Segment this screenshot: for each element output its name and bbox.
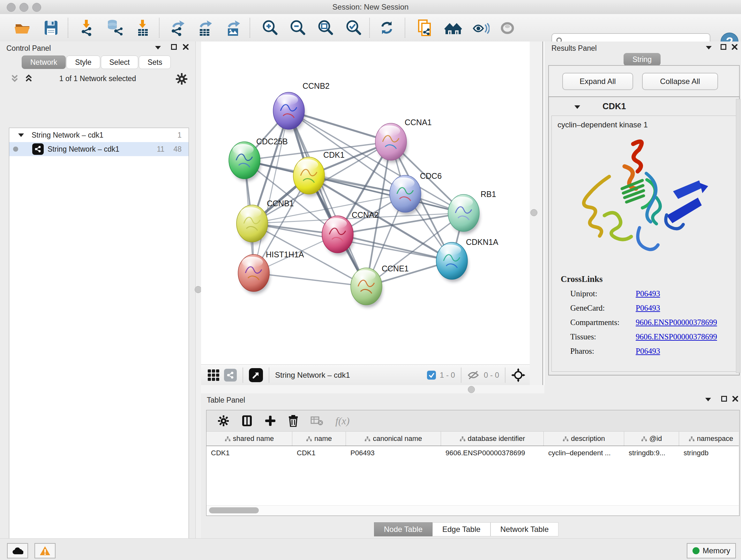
import-network-file-icon[interactable] [78, 19, 96, 37]
cell-namespace[interactable]: stringdb [679, 446, 739, 460]
cell-description[interactable]: cyclin–dependent ... [544, 446, 624, 460]
cell--id[interactable]: stringdb:9... [624, 446, 679, 460]
panel-menu-icon[interactable] [706, 46, 712, 50]
tab-edge-table[interactable]: Edge Table [432, 522, 490, 537]
export-table-icon[interactable] [196, 19, 214, 37]
crosslink-link[interactable]: P06493 [636, 347, 660, 356]
show-columns-icon[interactable] [242, 415, 253, 427]
table-panel-title: Table Panel [207, 396, 245, 405]
tab-style[interactable]: Style [66, 56, 100, 69]
selected-checkbox[interactable] [427, 371, 436, 380]
table-empty-area [206, 460, 739, 505]
footer-separator [505, 368, 506, 383]
node-gloss [297, 159, 318, 170]
horizontal-splitter-handle[interactable] [468, 386, 475, 393]
gene-symbol: CDK1 [603, 102, 626, 111]
birdseye-view-icon[interactable] [511, 368, 525, 382]
network-share-icon[interactable] [224, 369, 237, 381]
crosslink-label: GeneCard: [570, 304, 636, 313]
cell-name[interactable]: CDK1 [292, 446, 346, 460]
zoom-selected-icon[interactable] [345, 19, 362, 37]
status-bar: Memory [0, 538, 741, 560]
create-column-icon[interactable] [265, 415, 276, 427]
toolbar-separator [405, 18, 405, 38]
right-splitter-handle[interactable] [530, 209, 537, 216]
tab-string[interactable]: String [623, 53, 661, 66]
table-hscroll-thumb[interactable] [209, 507, 259, 513]
close-panel-icon[interactable] [732, 395, 738, 402]
tab-select[interactable]: Select [101, 56, 138, 69]
column-header--id[interactable]: @id [624, 432, 679, 446]
import-table-file-icon[interactable] [134, 19, 152, 37]
network-edge-count: 48 [173, 145, 182, 153]
zoom-fit-icon[interactable] [317, 19, 334, 37]
column-header-shared-name[interactable]: shared name [206, 432, 292, 446]
close-panel-icon[interactable] [731, 44, 738, 50]
crosslink-link[interactable]: P06493 [636, 289, 660, 298]
panel-menu-icon[interactable] [155, 46, 161, 50]
eye-disabled-icon[interactable] [498, 19, 516, 37]
results-panel: Results Panel String Expand All Collapse… [544, 42, 741, 393]
float-panel-icon[interactable] [721, 44, 726, 50]
import-network-database-icon[interactable] [105, 19, 123, 37]
cloud-status-button[interactable] [7, 543, 28, 558]
crosslinks-title: CrossLinks [561, 274, 603, 284]
export-network-icon[interactable] [169, 19, 186, 37]
delete-column-icon[interactable] [288, 415, 298, 427]
cell-shared-name[interactable]: CDK1 [206, 446, 292, 460]
expand-all-button[interactable]: Expand All [562, 73, 633, 90]
column-type-icon [460, 436, 465, 442]
crosslink-link[interactable]: P06493 [636, 304, 660, 313]
crosslink-row: Compartments:9606.ENSP00000378699 [570, 315, 730, 329]
panel-menu-icon[interactable] [705, 398, 711, 401]
tab-network[interactable]: Network [22, 56, 66, 69]
eye-waves-icon[interactable] [472, 19, 489, 37]
table-settings-gear-icon[interactable] [217, 415, 229, 427]
control-panel: Control Panel NetworkStyleSelectSets 1 o… [0, 42, 195, 538]
export-image-icon[interactable] [224, 19, 242, 37]
table-header-row: shared namenamecanonical namedatabase id… [206, 431, 739, 446]
table-panel: Table Panel f(x) shared namenamecanonica… [201, 393, 741, 538]
warning-status-button[interactable] [35, 543, 56, 558]
close-panel-icon[interactable] [183, 44, 189, 50]
node-label-ccna1: CCNA1 [405, 118, 432, 127]
zoom-out-icon[interactable] [289, 19, 307, 37]
grid-view-icon[interactable] [207, 369, 219, 381]
column-header-database-identifier[interactable]: database identifier [441, 432, 544, 446]
clipboard-network-icon[interactable] [415, 19, 433, 37]
footer-separator [269, 368, 269, 383]
tab-sets[interactable]: Sets [139, 56, 171, 69]
double-house-icon[interactable] [444, 19, 462, 37]
table-hscroll-track[interactable] [206, 505, 739, 515]
open-in-new-window-icon[interactable] [249, 368, 263, 382]
float-panel-icon[interactable] [171, 44, 177, 50]
cell-canonical-name[interactable]: P06493 [346, 446, 441, 460]
collection-expand-icon[interactable] [18, 133, 24, 137]
network-options-gear-icon[interactable] [175, 72, 188, 85]
column-header-name[interactable]: name [292, 432, 346, 446]
tab-network-table[interactable]: Network Table [490, 522, 559, 537]
crosslink-label: Tissues: [570, 332, 636, 341]
cell-database-identifier[interactable]: 9606.ENSP00000378699 [441, 446, 544, 460]
refresh-view-icon[interactable] [378, 19, 396, 37]
gene-section-expand-icon[interactable] [575, 105, 580, 109]
open-session-icon[interactable] [13, 19, 31, 37]
tab-node-table[interactable]: Node Table [374, 522, 432, 537]
table-row[interactable]: CDK1CDK1P064939606.ENSP00000378699cyclin… [206, 446, 739, 460]
column-header-description[interactable]: description [544, 432, 624, 446]
zoom-in-icon[interactable] [261, 19, 279, 37]
crosslink-link[interactable]: 9606.ENSP00000378699 [636, 332, 717, 341]
network-canvas[interactable]: CCNB2CCNA1CDC25BCDK1CDC6RB1CCNB1CCNA2CDK… [201, 42, 530, 364]
results-scrollbar[interactable] [736, 99, 740, 373]
network-row[interactable]: String Network – cdk1 11 48 [9, 142, 189, 156]
collapse-all-button[interactable]: Collapse All [642, 73, 718, 90]
float-panel-icon[interactable] [721, 396, 727, 401]
memory-button[interactable]: Memory [687, 543, 736, 558]
column-header-namespace[interactable]: namespace [679, 432, 739, 446]
save-session-icon[interactable] [42, 19, 60, 37]
edge-CCNB2-CCNE1 [289, 111, 366, 287]
network-collection-row[interactable]: String Network – cdk1 1 [9, 128, 189, 142]
column-header-canonical-name[interactable]: canonical name [346, 432, 441, 446]
left-splitter-handle[interactable] [195, 286, 202, 293]
crosslink-link[interactable]: 9606.ENSP00000378699 [636, 318, 717, 327]
